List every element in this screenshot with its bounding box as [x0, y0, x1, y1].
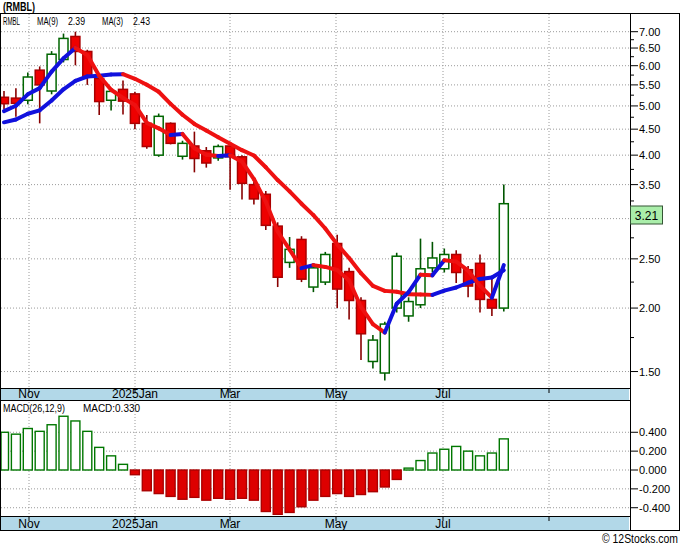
- legend-ma9-value: 2.39: [68, 15, 85, 27]
- macd-bar: [285, 470, 294, 512]
- macd-axis-label: 0.000: [639, 464, 667, 476]
- macd-bar: [487, 453, 496, 470]
- month-label: 2025Jan: [112, 387, 158, 401]
- ma-9-segment: [325, 228, 337, 244]
- legend-ma3-label: MA(3): [102, 15, 123, 27]
- month-band-main: [1, 389, 629, 400]
- ma-9-segment: [290, 191, 302, 203]
- macd-value-label: MACD:0.330: [83, 402, 140, 414]
- macd-axis-label: -0.400: [639, 502, 670, 514]
- macd-params-label: MACD(26,12,9): [3, 402, 65, 414]
- price-axis-label: 6.00: [639, 60, 660, 72]
- candles-layer: [1, 32, 508, 381]
- candle-body: [404, 302, 413, 316]
- macd-bar: [392, 470, 401, 479]
- macd-bar: [35, 431, 44, 470]
- price-axis-label: 4.00: [639, 149, 660, 161]
- macd-bar: [119, 464, 128, 470]
- macd-bar: [309, 470, 318, 500]
- month-label: 2025Jan: [112, 517, 158, 531]
- macd-bar: [249, 470, 258, 500]
- macd-bar: [226, 470, 235, 499]
- macd-bar: [464, 451, 473, 470]
- price-axis-label: 5.00: [639, 100, 660, 112]
- price-axis-label: 2.50: [639, 253, 660, 265]
- ma-3-segment: [385, 304, 397, 333]
- price-axis-label: 6.50: [639, 42, 660, 54]
- macd-legend: MACD(26,12,9) MACD:0.330: [3, 402, 140, 414]
- month-label: Mar: [220, 387, 241, 401]
- price-axis-label: 4.50: [639, 123, 660, 135]
- legend-symbol: RMBL: [3, 15, 20, 27]
- macd-axis-label: -0.200: [639, 483, 670, 495]
- candle-body: [368, 340, 377, 361]
- candle-body: [178, 143, 187, 156]
- ma-9-segment: [206, 131, 218, 138]
- macd-bar: [297, 470, 306, 507]
- macd-bar: [380, 470, 389, 487]
- macd-bar: [416, 461, 425, 470]
- macd-bar: [499, 439, 508, 470]
- ma-9-segment: [254, 156, 266, 168]
- price-axis-label: 2.00: [639, 302, 660, 314]
- macd-bar: [368, 470, 377, 492]
- macd-bar: [47, 425, 56, 470]
- macd-bar: [357, 470, 366, 495]
- macd-bar: [476, 456, 485, 470]
- badge-value: 3.21: [635, 209, 659, 223]
- macd-histogram-layer: [1, 416, 508, 514]
- month-label: Mar: [220, 517, 241, 531]
- candle-body: [154, 116, 163, 155]
- macd-bar: [107, 456, 116, 470]
- price-axis-label: 7.00: [639, 26, 660, 38]
- macd-bar: [130, 470, 139, 475]
- legend-ma9-label: MA(9): [37, 15, 58, 27]
- stock-chart-window: 7.006.506.005.505.004.504.003.503.002.50…: [0, 0, 680, 546]
- ma-9-segment: [278, 180, 290, 191]
- ma-9-segment: [147, 85, 159, 92]
- legend-ma3-value: 2.43: [133, 15, 150, 27]
- copyright-text: © 12Stocks.com: [602, 532, 678, 546]
- macd-bar: [428, 453, 437, 470]
- macd-bar: [333, 470, 342, 494]
- macd-bar: [190, 470, 199, 497]
- ma-9-segment: [302, 204, 314, 215]
- macd-bar: [154, 470, 163, 494]
- macd-bar: [273, 470, 282, 514]
- candle-body: [309, 268, 318, 287]
- ma-9-segment: [171, 104, 183, 115]
- month-band-macd: [1, 517, 629, 530]
- candle-body: [428, 258, 437, 268]
- month-label: May: [325, 517, 348, 531]
- ma-9-segment: [361, 273, 373, 286]
- macd-bar: [345, 470, 354, 496]
- macd-bar: [452, 446, 461, 470]
- last-price-badge: 3.21: [631, 206, 663, 224]
- macd-bar: [83, 431, 92, 470]
- price-axis-label: 5.50: [639, 79, 660, 91]
- price-axis-label: 3.50: [639, 179, 660, 191]
- month-label: May: [325, 387, 348, 401]
- price-axis-label: 1.50: [639, 366, 660, 378]
- macd-bar: [404, 468, 413, 470]
- macd-bar: [202, 470, 211, 500]
- ma-9-segment: [183, 115, 195, 124]
- stock-chart-canvas: 7.006.506.005.505.004.504.003.503.002.50…: [0, 0, 680, 546]
- macd-bar: [166, 470, 175, 496]
- ma-9-segment: [266, 167, 278, 180]
- macd-bar: [23, 429, 32, 470]
- macd-bar: [1, 432, 9, 470]
- macd-bar: [440, 449, 449, 470]
- candle-body: [297, 239, 306, 279]
- month-label: Nov: [18, 387, 39, 401]
- axis-layer: 7.006.506.005.505.004.504.003.503.002.50…: [630, 26, 670, 514]
- macd-bar: [11, 434, 20, 470]
- legend: RMBL MA(9) 2.39 MA(3) 2.43: [3, 15, 150, 27]
- month-label: Jul: [435, 387, 450, 401]
- macd-bar: [238, 470, 247, 498]
- macd-axis-label: 0.400: [639, 426, 667, 438]
- macd-bar: [214, 470, 223, 498]
- macd-bar: [59, 416, 68, 470]
- month-label: Nov: [18, 517, 39, 531]
- macd-axis-label: 0.200: [639, 445, 667, 457]
